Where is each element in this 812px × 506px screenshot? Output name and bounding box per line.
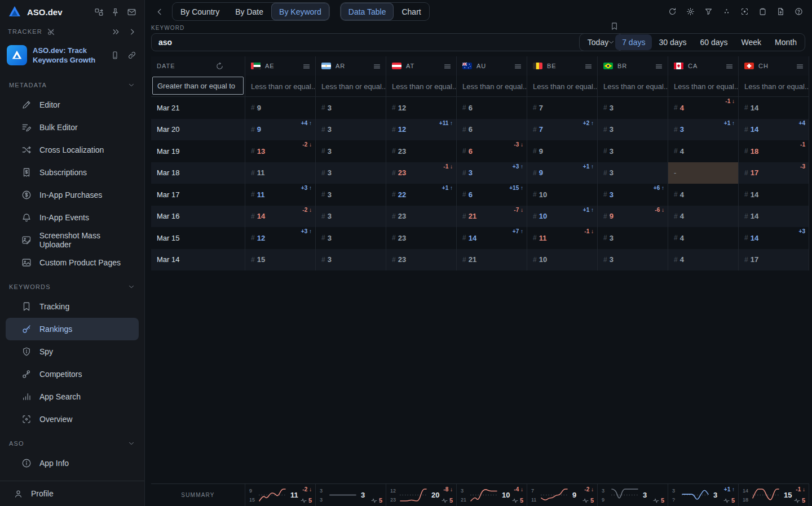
rank-cell-ca[interactable]: - xyxy=(668,162,739,184)
summary-cell-be[interactable]: 7119-2 ↓5 xyxy=(527,484,598,506)
sidebar-item-custom-product-pages[interactable]: Custom Product Pages xyxy=(6,251,139,274)
column-header-au[interactable]: AU xyxy=(457,56,527,76)
rank-cell-be[interactable]: #10 xyxy=(527,184,598,206)
back-button[interactable] xyxy=(155,7,164,16)
rank-cell-be[interactable]: #10+1 ↑ xyxy=(527,206,598,228)
rank-cell-ae[interactable]: #9 xyxy=(245,97,316,119)
rank-cell-ae[interactable]: #13-2 ↓ xyxy=(245,140,316,162)
summary-cell-ae[interactable]: 91511-2 ↓5 xyxy=(245,484,316,506)
summary-cell-ch[interactable]: 141815-1 ↓5 xyxy=(739,484,809,506)
rank-cell-ar[interactable]: #3 xyxy=(316,227,386,249)
column-filter-input[interactable]: Less than or equal... xyxy=(527,76,597,97)
pin-icon[interactable] xyxy=(111,7,120,17)
tab-by-country[interactable]: By Country xyxy=(173,3,227,20)
history-icon[interactable] xyxy=(215,62,224,70)
rank-cell-at[interactable]: #23 xyxy=(386,249,457,271)
sidebar-item-cross-localization[interactable]: Cross Localization xyxy=(6,139,139,161)
rank-cell-be[interactable]: #10 xyxy=(527,249,598,271)
rank-cell-au[interactable]: #6-3 ↓ xyxy=(457,140,527,162)
rank-cell-au[interactable]: #6+15 ↑ xyxy=(457,184,527,206)
rank-cell-br[interactable]: #3 xyxy=(598,249,668,271)
rank-cell-ar[interactable]: #3 xyxy=(316,249,386,271)
sidebar-item-overview[interactable]: Overview xyxy=(6,408,139,430)
tracked-app-card[interactable]: ASO.dev: Track Keywords Growth xyxy=(0,39,144,72)
rank-cell-au[interactable]: #6 xyxy=(457,97,527,119)
rank-cell-ar[interactable]: #3 xyxy=(316,184,386,206)
sidebar-section-metadata[interactable]: METADATA xyxy=(0,77,144,94)
rank-cell-ch[interactable]: #14+4 xyxy=(739,119,809,141)
column-menu-icon[interactable] xyxy=(231,62,239,70)
summary-cell-ca[interactable]: 3?3+1 ↑5 xyxy=(668,484,739,506)
range-today[interactable]: Today xyxy=(581,34,615,50)
sidebar-item-editor[interactable]: Editor xyxy=(6,94,139,116)
scan-icon[interactable] xyxy=(739,6,750,17)
sidebar-item-app-info[interactable]: App Info xyxy=(6,452,139,474)
column-header-ca[interactable]: CA xyxy=(668,56,739,76)
rank-cell-br[interactable]: #3 xyxy=(598,97,668,119)
rank-cell-be[interactable]: #9+1 ↑ xyxy=(527,162,598,184)
rank-cell-au[interactable]: #21 xyxy=(457,249,527,271)
column-menu-icon[interactable] xyxy=(796,62,804,70)
column-filter-input[interactable]: Less than or equal... xyxy=(739,76,809,97)
column-header-at[interactable]: AT xyxy=(386,56,457,76)
summary-cell-at[interactable]: 122320-8 ↓5 xyxy=(386,484,457,506)
tab-by-keyword[interactable]: By Keyword xyxy=(271,3,329,20)
rank-cell-ca[interactable]: #4 xyxy=(668,227,739,249)
double-chevron-right-icon[interactable] xyxy=(112,28,120,36)
keyword-select[interactable] xyxy=(151,33,623,51)
rank-cell-ae[interactable]: #11 xyxy=(245,162,316,184)
sidebar-item-competitors[interactable]: Competitors xyxy=(6,363,139,385)
rank-cell-au[interactable]: #21-7 ↓ xyxy=(457,206,527,228)
column-menu-icon[interactable] xyxy=(443,62,452,70)
rank-cell-ch[interactable]: #17-3 xyxy=(739,162,809,184)
rank-cell-be[interactable]: #7+2 ↑ xyxy=(527,119,598,141)
sidebar-item-screenshot-mass-uploader[interactable]: Screenshot Mass Uploader xyxy=(6,229,139,251)
rank-cell-be[interactable]: #7 xyxy=(527,97,598,119)
sidebar-section-aso[interactable]: ASO xyxy=(0,435,144,452)
gear-icon[interactable] xyxy=(685,6,696,17)
rank-cell-ar[interactable]: #3 xyxy=(316,162,386,184)
rank-cell-ch[interactable]: #14 xyxy=(739,206,809,228)
summary-cell-au[interactable]: 32110-4 ↓5 xyxy=(457,484,527,506)
range-7-days[interactable]: 7 days xyxy=(615,34,652,50)
clipboard-icon[interactable] xyxy=(757,6,768,17)
funnel-icon[interactable] xyxy=(703,6,714,17)
range-month[interactable]: Month xyxy=(768,34,804,50)
column-header-br[interactable]: BR xyxy=(598,56,668,76)
keyword-input[interactable] xyxy=(158,38,607,47)
column-header-ar[interactable]: AR xyxy=(316,56,386,76)
column-menu-icon[interactable] xyxy=(373,62,381,70)
rank-cell-ar[interactable]: #3 xyxy=(316,140,386,162)
rank-cell-au[interactable]: #14+7 ↑ xyxy=(457,227,527,249)
sidebar-section-keywords[interactable]: KEYWORDS xyxy=(0,278,144,295)
column-filter-input[interactable]: Less than or equal... xyxy=(245,76,315,97)
rank-cell-ar[interactable]: #3 xyxy=(316,206,386,228)
link-icon[interactable] xyxy=(127,51,136,60)
rank-cell-ae[interactable]: #11+3 ↑ xyxy=(245,184,316,206)
phone-icon[interactable] xyxy=(111,51,120,60)
sidebar-item-tracking[interactable]: Tracking xyxy=(6,295,139,318)
column-filter-input[interactable]: Less than or equal... xyxy=(316,76,386,97)
rank-cell-ch[interactable]: #14 xyxy=(739,97,809,119)
column-menu-icon[interactable] xyxy=(725,62,734,70)
sidebar-item-app-search[interactable]: App Search xyxy=(6,385,139,408)
refresh-icon[interactable] xyxy=(667,6,678,17)
sidebar-item-in-app-events[interactable]: In-App Events xyxy=(6,206,139,229)
rank-cell-ae[interactable]: #12+3 ↑ xyxy=(245,227,316,249)
rank-cell-at[interactable]: #12+11 ↑ xyxy=(386,119,457,141)
rank-cell-br[interactable]: #3 xyxy=(598,227,668,249)
date-column-header[interactable]: DATE xyxy=(151,56,245,76)
rank-cell-ch[interactable]: #17 xyxy=(739,249,809,271)
sidebar-item-rankings[interactable]: Rankings xyxy=(6,318,139,340)
file-plus-icon[interactable] xyxy=(775,6,786,17)
column-header-be[interactable]: BE xyxy=(527,56,598,76)
summary-cell-br[interactable]: 3935 xyxy=(598,484,668,506)
range-week[interactable]: Week xyxy=(735,34,769,50)
rank-cell-br[interactable]: #3 xyxy=(598,119,668,141)
date-filter-input[interactable]: Greater than or equal to xyxy=(152,77,244,95)
range-30-days[interactable]: 30 days xyxy=(652,34,693,50)
rank-cell-ch[interactable]: #14 xyxy=(739,184,809,206)
tab-by-date[interactable]: By Date xyxy=(227,3,271,20)
rank-cell-ca[interactable]: #4 xyxy=(668,184,739,206)
column-filter-input[interactable]: Less than or equal... xyxy=(598,76,668,97)
